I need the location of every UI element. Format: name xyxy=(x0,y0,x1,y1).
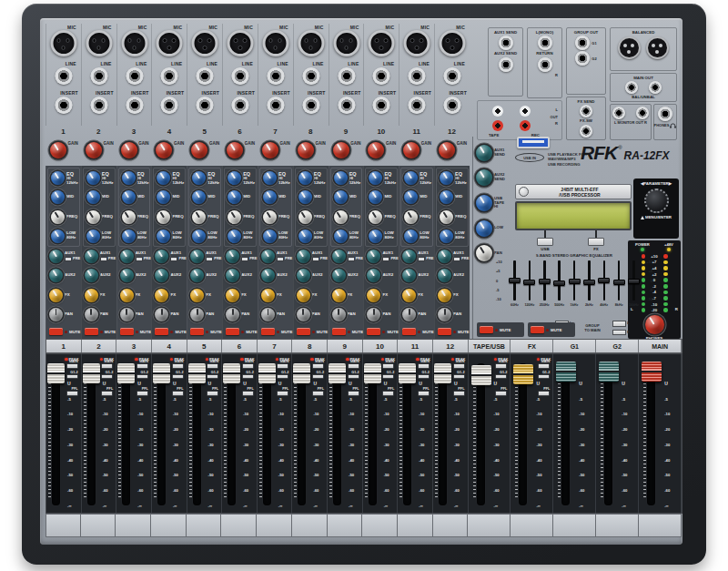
main-assign-button[interactable] xyxy=(172,363,184,369)
group-assign-button[interactable] xyxy=(382,374,394,380)
mid-freq-knob[interactable] xyxy=(51,210,65,224)
mid-freq-knob[interactable] xyxy=(334,210,348,224)
master-knob[interactable] xyxy=(476,195,492,211)
mute-button[interactable] xyxy=(332,328,346,335)
pan-knob[interactable] xyxy=(190,308,204,321)
mute-button[interactable] xyxy=(367,328,380,335)
aux1-knob[interactable] xyxy=(85,250,98,263)
fx-knob[interactable] xyxy=(85,289,98,302)
mute-button[interactable] xyxy=(297,328,310,335)
low-eq-knob[interactable] xyxy=(440,229,453,243)
geq-slider[interactable] xyxy=(509,278,521,283)
mute-button[interactable] xyxy=(49,328,63,335)
master-fader[interactable] xyxy=(599,362,619,382)
master-fader[interactable] xyxy=(642,362,662,382)
g2-to-main-r-button[interactable] xyxy=(612,330,626,336)
pan-knob[interactable] xyxy=(155,308,168,321)
main-assign-button[interactable] xyxy=(495,363,507,369)
hi-eq-knob[interactable] xyxy=(86,171,100,185)
main-assign-button[interactable] xyxy=(312,363,324,369)
mid-eq-knob[interactable] xyxy=(263,190,277,204)
hi-eq-knob[interactable] xyxy=(228,171,241,185)
geq-slider[interactable] xyxy=(628,279,640,284)
pfl-button[interactable] xyxy=(453,391,465,396)
group-assign-button[interactable] xyxy=(495,374,507,380)
mid-freq-knob[interactable] xyxy=(157,210,170,224)
master-knob[interactable] xyxy=(476,169,492,186)
low-eq-knob[interactable] xyxy=(157,229,170,243)
pfl-button[interactable] xyxy=(277,391,288,396)
channel-fader[interactable] xyxy=(188,363,206,383)
aux2-knob[interactable] xyxy=(49,269,63,282)
main-assign-button[interactable] xyxy=(66,363,78,369)
gain-knob[interactable] xyxy=(403,142,420,158)
mute-button[interactable] xyxy=(261,328,275,335)
mute-button[interactable] xyxy=(402,328,416,335)
mid-freq-knob[interactable] xyxy=(86,210,100,224)
fx-mode-button[interactable] xyxy=(588,238,604,246)
aux1-knob[interactable] xyxy=(226,250,239,263)
fx-knob[interactable] xyxy=(332,289,346,302)
low-eq-knob[interactable] xyxy=(192,229,206,243)
mute-button[interactable] xyxy=(155,328,168,335)
hi-eq-knob[interactable] xyxy=(369,171,382,185)
main-assign-button[interactable] xyxy=(348,363,359,369)
hi-eq-knob[interactable] xyxy=(334,171,348,185)
channel-fader[interactable] xyxy=(47,363,65,383)
fx-mute-button[interactable] xyxy=(531,326,544,333)
geq-slider[interactable] xyxy=(523,280,535,285)
pfl-button[interactable] xyxy=(348,391,359,396)
fx-knob[interactable] xyxy=(438,289,451,302)
hi-eq-knob[interactable] xyxy=(157,171,170,185)
geq-slider[interactable] xyxy=(598,278,610,283)
mid-freq-knob[interactable] xyxy=(122,210,136,224)
hi-eq-knob[interactable] xyxy=(404,171,418,185)
group-assign-button[interactable] xyxy=(277,374,288,380)
pre-button[interactable] xyxy=(312,257,319,261)
geq-slider[interactable] xyxy=(553,280,565,286)
g2-to-main-l-button[interactable] xyxy=(612,321,626,327)
pfl-button[interactable] xyxy=(66,391,78,396)
main-assign-button[interactable] xyxy=(136,363,148,369)
aux1-knob[interactable] xyxy=(297,250,310,263)
main-assign-button[interactable] xyxy=(101,363,113,369)
aux2-knob[interactable] xyxy=(332,269,346,282)
mid-freq-knob[interactable] xyxy=(369,210,382,224)
usb-port[interactable] xyxy=(517,137,550,148)
pre-button[interactable] xyxy=(277,257,284,261)
pan-knob[interactable] xyxy=(297,308,310,321)
master-fader[interactable] xyxy=(513,364,533,384)
fx-knob[interactable] xyxy=(120,289,134,302)
channel-fader[interactable] xyxy=(153,363,170,383)
low-eq-knob[interactable] xyxy=(263,229,277,243)
geq-slider[interactable] xyxy=(613,280,625,285)
hi-eq-knob[interactable] xyxy=(51,171,65,185)
fx-knob[interactable] xyxy=(190,289,204,302)
pfl-button[interactable] xyxy=(538,391,550,396)
low-eq-knob[interactable] xyxy=(122,229,136,243)
aux1-knob[interactable] xyxy=(438,250,451,263)
pre-button[interactable] xyxy=(348,257,355,261)
aux1-knob[interactable] xyxy=(49,250,63,263)
gain-knob[interactable] xyxy=(368,142,384,158)
pfl-button[interactable] xyxy=(418,391,430,396)
mid-eq-knob[interactable] xyxy=(228,190,241,204)
pfl-button[interactable] xyxy=(242,391,254,396)
aux2-knob[interactable] xyxy=(155,269,168,282)
aux1-knob[interactable] xyxy=(120,250,134,263)
gain-knob[interactable] xyxy=(191,142,207,158)
group-assign-button[interactable] xyxy=(172,374,184,380)
group-assign-button[interactable] xyxy=(66,374,78,380)
mute-button[interactable] xyxy=(190,328,204,335)
pfl-button[interactable] xyxy=(382,391,394,396)
gain-knob[interactable] xyxy=(121,142,137,158)
gain-knob[interactable] xyxy=(156,142,172,158)
mid-eq-knob[interactable] xyxy=(440,190,453,204)
mute-button[interactable] xyxy=(85,328,98,335)
channel-fader[interactable] xyxy=(434,363,451,383)
geq-slider[interactable] xyxy=(583,280,595,285)
main-assign-button[interactable] xyxy=(242,363,254,369)
group-assign-button[interactable] xyxy=(207,374,218,380)
gain-knob[interactable] xyxy=(50,142,66,158)
mid-freq-knob[interactable] xyxy=(440,210,453,224)
